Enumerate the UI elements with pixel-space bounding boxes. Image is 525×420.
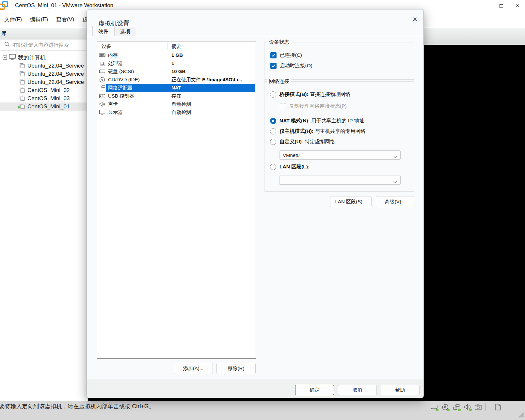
dialog-close-button[interactable]: ✕	[409, 14, 421, 24]
status-message: 要将输入定向到该虚拟机，请在虚拟机内部单击或按 Ctrl+G。	[0, 402, 154, 410]
message-log-icon[interactable]	[494, 403, 501, 411]
tree-node-my-computer[interactable]: − 我的计算机	[0, 54, 88, 62]
library-sidebar: − 我的计算机 Ubuntu_22.04_Service	[0, 39, 88, 401]
nat-radio[interactable]	[270, 118, 276, 124]
device-row-disk[interactable]: 硬盘 (SCSI) 10 GB	[97, 68, 256, 76]
cd-icon	[99, 77, 105, 83]
green-dot-indicator	[447, 409, 450, 411]
menu-edit[interactable]: 编辑(E)	[30, 16, 48, 23]
lan-segments-button[interactable]: LAN 区段(S)...	[330, 196, 372, 207]
window-close-button[interactable]: ✕	[513, 2, 522, 10]
resize-grip[interactable]	[517, 411, 525, 420]
cd-status-icon[interactable]	[441, 403, 449, 411]
network-connection-group: 网络连接 桥接模式(B): 直接连接物理网络 复制物理网络连接状态(P) NAT…	[264, 81, 414, 192]
status-bar: 要将输入定向到该虚拟机，请在虚拟机内部单击或按 Ctrl+G。	[0, 401, 525, 420]
device-row-sound[interactable]: 声卡 自动检测	[97, 100, 256, 108]
tree-node-vm[interactable]: Ubuntu_22.04_Service	[0, 62, 88, 70]
tree-node-label: 我的计算机	[18, 54, 46, 61]
tree-node-vm-selected[interactable]: CentOS_Mini_01	[0, 102, 88, 111]
network-adapter-icon	[99, 85, 105, 91]
search-input[interactable]	[13, 42, 88, 48]
host-only-mode-option: 仅主机模式(H): 与主机共享的专用网络	[270, 128, 366, 135]
host-only-radio[interactable]	[270, 128, 276, 134]
minimize-button[interactable]	[481, 2, 489, 10]
nat-mode-option: NAT 模式(N): 用于共享主机的 IP 地址	[270, 117, 364, 124]
vm-icon	[19, 87, 25, 94]
ok-button[interactable]: 确定	[295, 385, 334, 395]
column-summary: 摘要	[171, 43, 181, 50]
lan-segment-radio[interactable]	[270, 164, 276, 170]
window-controls: ✕	[481, 0, 522, 12]
dialog-tabs: 硬件 选项	[92, 26, 136, 36]
search-icon	[4, 41, 10, 49]
dialog-footer: 确定 取消 帮助	[87, 379, 423, 398]
bridged-mode-option: 桥接模式(B): 直接连接物理网络	[270, 91, 350, 98]
tree-node-vm[interactable]: CentOS_Mini_03	[0, 94, 88, 102]
processor-icon	[99, 60, 105, 67]
replicate-checkbox[interactable]	[280, 103, 286, 109]
custom-mode-option: 自定义(U): 特定虚拟网络	[270, 138, 335, 145]
remove-hardware-button[interactable]: 移除(R)	[216, 363, 256, 374]
column-divider	[167, 43, 167, 50]
add-hardware-button[interactable]: 添加(A)...	[174, 363, 213, 374]
library-search[interactable]	[0, 39, 88, 51]
device-row-display[interactable]: 显示器 自动检测	[97, 108, 256, 117]
custom-network-select[interactable]: VMnet0	[279, 150, 401, 160]
bridged-radio[interactable]	[270, 91, 276, 98]
tab-hardware[interactable]: 硬件	[92, 26, 114, 36]
column-device: 设备	[102, 43, 111, 50]
lan-segment-select[interactable]	[279, 176, 401, 185]
lan-segment-option: LAN 区段(L):	[270, 163, 310, 170]
device-row-usb[interactable]: USB 控制器 存在	[97, 92, 256, 100]
green-dot-indicator	[458, 409, 461, 411]
tree-collapse-icon[interactable]: −	[3, 55, 7, 60]
usb-controller-icon	[99, 93, 105, 99]
menu-file[interactable]: 文件(F)	[4, 16, 22, 23]
custom-radio[interactable]	[270, 139, 276, 145]
device-row-processor[interactable]: 处理器 1	[97, 59, 256, 68]
vm-icon	[19, 79, 25, 86]
tree-node-vm[interactable]: CentOS_Mini_02	[0, 86, 88, 94]
tree-node-vm[interactable]: Ubuntu_22.04_Service	[0, 70, 88, 78]
connected-checkbox[interactable]	[270, 52, 277, 58]
vm-tree: − 我的计算机 Ubuntu_22.04_Service	[0, 51, 88, 111]
connect-at-power-on-option: 启动时连接(O)	[270, 62, 312, 69]
advanced-button[interactable]: 高级(V)...	[376, 196, 414, 207]
display-icon	[99, 109, 105, 116]
device-status-group: 设备状态 已连接(C) 启动时连接(O)	[264, 42, 414, 80]
help-button[interactable]: 帮助	[381, 385, 420, 395]
hard-disk-icon	[99, 69, 105, 75]
maximize-button[interactable]	[497, 2, 505, 10]
green-dot-indicator	[469, 409, 472, 411]
status-device-indicators	[430, 403, 501, 411]
tab-options[interactable]: 选项	[114, 27, 136, 36]
green-dot-indicator	[436, 409, 438, 411]
tab-divider	[87, 36, 423, 36]
cancel-button[interactable]: 取消	[338, 385, 377, 395]
menu-view[interactable]: 查看(V)	[56, 16, 74, 23]
device-row-memory[interactable]: 内存 1 GB	[97, 51, 256, 59]
device-row-network-adapter[interactable]: 网络适配器 NAT	[97, 84, 256, 92]
tree-node-vm[interactable]: Ubuntu_22.04_Service	[0, 78, 88, 86]
network-connection-legend: 网络连接	[267, 78, 291, 85]
device-status-legend: 设备状态	[267, 39, 291, 46]
status-separator	[485, 403, 486, 411]
memory-icon	[99, 52, 105, 58]
vm-running-icon	[19, 103, 25, 110]
play-icon	[18, 104, 21, 111]
device-row-cd[interactable]: CD/DVD (IDE) 正在使用文件 E:\Image\ISO\Li...	[97, 76, 256, 84]
hard-disk-status-icon[interactable]	[430, 403, 438, 411]
sound-status-icon[interactable]	[463, 403, 471, 411]
library-header: 库	[0, 28, 88, 39]
network-status-icon[interactable]	[452, 403, 460, 411]
vm-icon	[19, 62, 25, 69]
vm-icon	[19, 70, 25, 77]
camera-icon[interactable]	[474, 403, 482, 411]
chevron-down-icon	[393, 179, 397, 184]
connect-at-power-on-checkbox[interactable]	[270, 63, 277, 69]
vmware-workstation-window: CentOS_Mini_01 - VMware Workstation ✕ 文件…	[0, 0, 525, 420]
vm-settings-dialog: 虚拟机设置 ✕ 硬件 选项 设备 摘要 内存	[87, 9, 424, 398]
vm-icon	[19, 95, 25, 102]
computer-icon	[9, 54, 16, 62]
window-title: CentOS_Mini_01 - VMware Workstation	[15, 2, 113, 9]
